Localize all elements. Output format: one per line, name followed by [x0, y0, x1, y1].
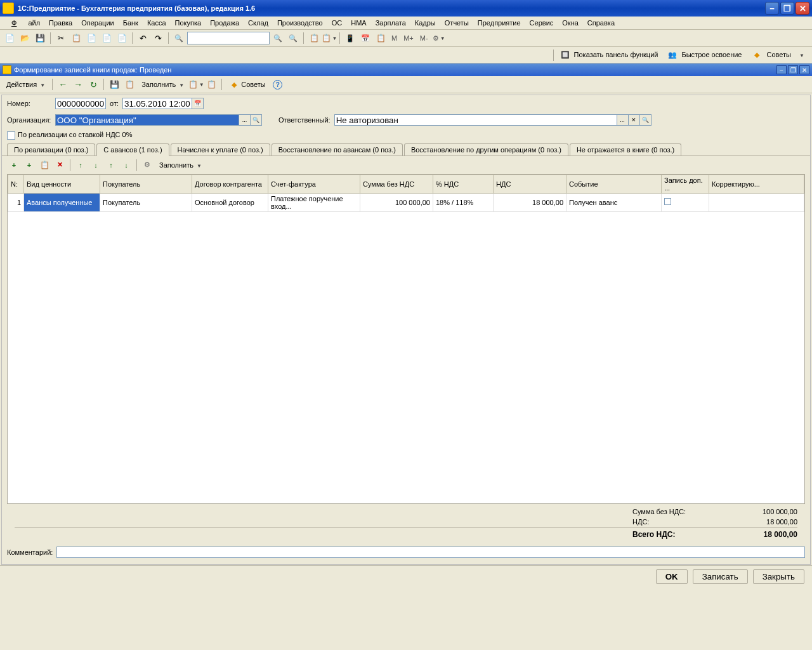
post-button[interactable] — [107, 77, 121, 91]
cell-n[interactable]: 1 — [8, 193, 24, 211]
col-invoice[interactable]: Счет-фактура — [268, 175, 360, 193]
resp-search-button[interactable]: 🔍 — [640, 114, 652, 126]
close-button[interactable]: ✕ — [796, 2, 809, 15]
actions-dropdown[interactable]: Действия ▼ — [3, 79, 49, 90]
menu-enterprise[interactable]: Предприятие — [474, 18, 525, 28]
col-sum[interactable]: Сумма без НДС — [360, 175, 433, 193]
memory-mplus[interactable]: M+ — [401, 34, 416, 42]
find-button[interactable] — [172, 31, 186, 45]
col-contract[interactable]: Договор контрагента — [192, 175, 268, 193]
col-n[interactable]: N: — [8, 175, 24, 193]
minimize-button[interactable]: − — [765, 2, 779, 15]
col-vat[interactable]: НДС — [494, 175, 566, 193]
tab-accrued[interactable]: Начислен к уплате (0 поз.) — [171, 143, 270, 156]
maximize-button[interactable]: ❐ — [780, 2, 794, 15]
copy-button[interactable] — [69, 31, 83, 45]
save-button[interactable]: Записать — [693, 569, 748, 584]
cell-addl[interactable] — [662, 193, 709, 211]
cut-button[interactable] — [54, 31, 68, 45]
org-select-button[interactable]: ... — [239, 114, 251, 126]
report-button[interactable] — [204, 77, 218, 91]
grid-edit-button[interactable] — [37, 158, 51, 172]
table-row[interactable]: 1 Авансы полученные Покупатель Основной … — [8, 193, 804, 211]
paste-button[interactable] — [84, 31, 98, 45]
attach-button[interactable]: ▼ — [322, 31, 336, 45]
ok-button[interactable]: OK — [656, 569, 688, 584]
fill-dropdown[interactable]: Заполнить ▼ — [138, 79, 188, 90]
comment-input[interactable] — [56, 547, 805, 558]
menu-bank[interactable]: Банк — [119, 18, 142, 28]
resp-clear-button[interactable]: ✕ — [629, 114, 640, 126]
cell-corr[interactable] — [709, 193, 804, 211]
date-picker-button[interactable]: 📅 — [192, 98, 204, 109]
menu-sale[interactable]: Продажа — [206, 18, 243, 28]
menu-windows[interactable]: Окна — [558, 18, 582, 28]
menu-nma[interactable]: НМА — [347, 18, 370, 28]
grid-add-copy-button[interactable] — [22, 158, 36, 172]
undo-button[interactable] — [136, 31, 150, 45]
resp-select-button[interactable]: ... — [617, 114, 629, 126]
vat0-checkbox[interactable] — [7, 131, 15, 140]
memory-m[interactable]: M — [389, 34, 400, 42]
close-button[interactable]: Закрыть — [753, 569, 804, 584]
nav-refresh-button[interactable] — [86, 77, 100, 91]
tab-not-in-book[interactable]: Не отражается в книге (0 поз.) — [570, 143, 681, 156]
checkbox-icon[interactable] — [664, 198, 671, 205]
structure-button[interactable] — [122, 77, 136, 91]
calendar-button[interactable] — [358, 31, 372, 45]
cell-type[interactable]: Авансы полученные — [24, 193, 100, 211]
find-input[interactable] — [187, 32, 270, 44]
col-addl[interactable]: Запись доп. ... — [662, 175, 709, 193]
grid-delete-button[interactable] — [53, 158, 67, 172]
menu-warehouse[interactable]: Склад — [244, 18, 272, 28]
col-corr[interactable]: Корректирую... — [709, 175, 804, 193]
menu-service[interactable]: Сервис — [526, 18, 558, 28]
find-next-button[interactable] — [286, 31, 300, 45]
grid-settings-button[interactable] — [140, 158, 154, 172]
grid-add-button[interactable] — [7, 158, 21, 172]
number-input[interactable] — [55, 98, 106, 109]
doc-minimize-button[interactable]: − — [776, 65, 787, 74]
grid-fill-dropdown[interactable]: Заполнить ▼ — [155, 160, 206, 170]
calc-button[interactable] — [343, 31, 357, 45]
menu-file[interactable]: Файл — [4, 18, 44, 28]
links-button[interactable] — [115, 31, 129, 45]
menu-reports[interactable]: Отчеты — [441, 18, 473, 28]
tab-restore-other[interactable]: Восстановление по другим операциям (0 по… — [404, 143, 568, 156]
cell-vat[interactable]: 18 000,00 — [494, 193, 566, 211]
org-search-button[interactable]: 🔍 — [251, 114, 262, 126]
grid-up-button[interactable] — [74, 158, 88, 172]
tab-advances[interactable]: С авансов (1 поз.) — [96, 143, 169, 156]
paste-special-button[interactable] — [100, 31, 114, 45]
vat0-checkbox-label[interactable]: По реализации со ставкой НДС 0% — [7, 131, 133, 140]
nav-back-button[interactable] — [56, 77, 70, 91]
find-prev-button[interactable] — [271, 31, 285, 45]
menu-production[interactable]: Производство — [273, 18, 327, 28]
grid-down-button[interactable] — [89, 158, 103, 172]
col-type[interactable]: Вид ценности — [24, 175, 100, 193]
cell-sum[interactable]: 100 000,00 — [360, 193, 433, 211]
tab-restore-advances[interactable]: Восстановление по авансам (0 поз.) — [272, 143, 403, 156]
menu-cash[interactable]: Касса — [143, 18, 170, 28]
settings-button[interactable]: ▼ — [432, 31, 446, 45]
doc-close-button[interactable]: ✕ — [799, 65, 809, 74]
org-input[interactable] — [55, 114, 239, 126]
resp-input[interactable] — [334, 114, 617, 126]
tab-realization[interactable]: По реализации (0 поз.) — [7, 143, 95, 156]
redo-button[interactable] — [151, 31, 165, 45]
menu-salary[interactable]: Зарплата — [372, 18, 410, 28]
grid-sort-desc-button[interactable] — [119, 158, 133, 172]
memory-mminus[interactable]: M- — [417, 34, 431, 42]
doc-tips-button[interactable]: Советы — [225, 78, 270, 91]
doc-restore-button[interactable]: ❐ — [788, 65, 798, 74]
menu-os[interactable]: ОС — [328, 18, 346, 28]
help-button[interactable] — [271, 77, 285, 91]
new-button[interactable] — [3, 31, 16, 45]
contact-button[interactable] — [374, 31, 388, 45]
col-event[interactable]: Событие — [566, 175, 662, 193]
col-buyer[interactable]: Покупатель — [100, 175, 192, 193]
menu-help[interactable]: Справка — [584, 18, 619, 28]
cell-rate[interactable]: 18% / 118% — [433, 193, 494, 211]
nav-forward-button[interactable] — [71, 77, 85, 91]
date-input[interactable] — [122, 98, 192, 109]
